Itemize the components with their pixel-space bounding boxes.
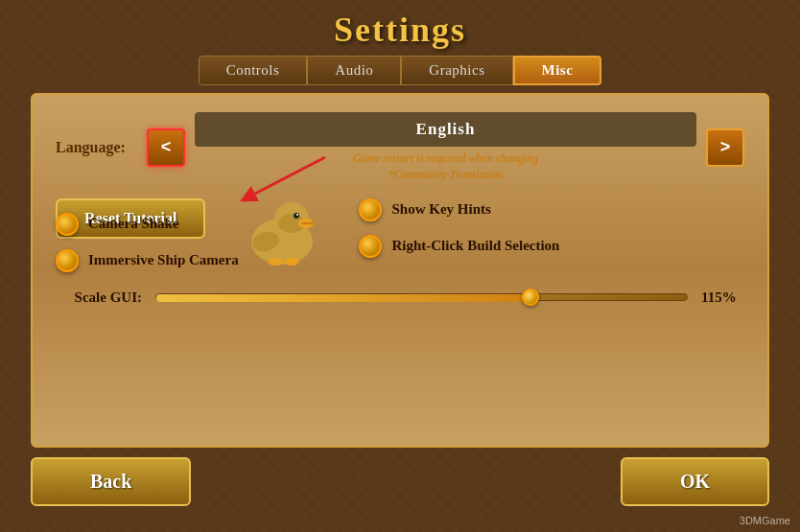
option-immersive-ship-camera: Immersive Ship Camera <box>56 249 286 272</box>
immersive-ship-camera-toggle[interactable] <box>56 249 79 272</box>
language-note: Game restart is required when changing *… <box>195 150 696 183</box>
camera-shake-label: Camera Shake <box>88 216 179 232</box>
slider-thumb[interactable] <box>522 289 539 306</box>
ok-button[interactable]: OK <box>621 457 769 506</box>
right-click-build-toggle[interactable] <box>359 235 382 258</box>
slider-track <box>155 293 688 301</box>
immersive-ship-camera-label: Immersive Ship Camera <box>88 252 239 268</box>
right-options: Show Key Hints Right-Click Build Selecti… <box>359 198 744 258</box>
scale-gui-slider[interactable] <box>155 293 688 301</box>
scale-gui-row: Scale GUI: 115% <box>56 289 744 306</box>
slider-fill <box>156 294 538 302</box>
back-button[interactable]: Back <box>31 457 191 506</box>
option-right-click-build: Right-Click Build Selection <box>359 235 744 258</box>
scale-gui-value: 115% <box>701 289 744 306</box>
scale-gui-label: Scale GUI: <box>56 289 142 306</box>
tab-controls[interactable]: Controls <box>199 56 308 85</box>
show-key-hints-toggle[interactable] <box>359 198 382 221</box>
show-key-hints-label: Show Key Hints <box>391 201 490 218</box>
tab-misc[interactable]: Misc <box>513 56 602 85</box>
tab-graphics[interactable]: Graphics <box>401 56 512 85</box>
language-label: Language: <box>56 139 137 156</box>
language-row: Language: < English Game restart is requ… <box>56 112 744 183</box>
language-next-button[interactable]: > <box>706 128 744 167</box>
settings-panel: Language: < English Game restart is requ… <box>31 93 769 448</box>
bottom-bar: Back OK <box>31 457 769 506</box>
svg-point-7 <box>294 213 299 219</box>
svg-point-11 <box>284 258 299 266</box>
camera-shake-toggle[interactable] <box>56 213 79 236</box>
language-prev-button[interactable]: < <box>147 128 185 167</box>
tabs-row: Controls Audio Graphics Misc <box>199 56 602 85</box>
watermark: 3DMGame <box>740 515 790 526</box>
right-click-build-label: Right-Click Build Selection <box>391 238 559 254</box>
language-display: English <box>195 112 696 147</box>
tab-audio[interactable]: Audio <box>307 56 401 85</box>
option-camera-shake: Camera Shake <box>56 213 286 236</box>
option-show-key-hints: Show Key Hints <box>359 198 744 221</box>
svg-point-8 <box>296 214 298 216</box>
page-title: Settings <box>334 10 466 50</box>
